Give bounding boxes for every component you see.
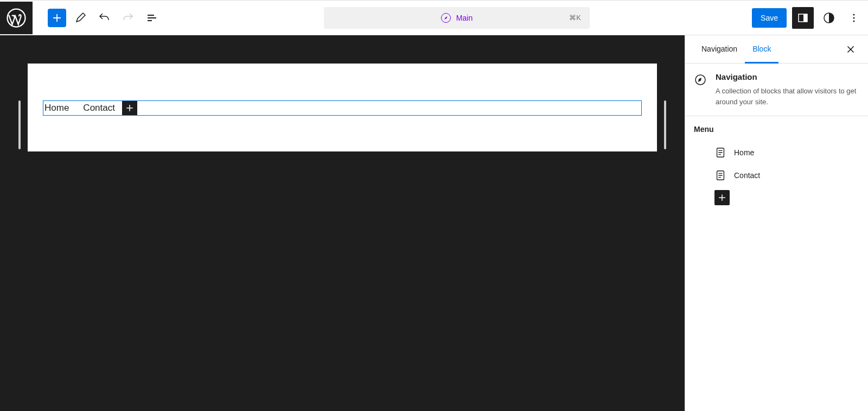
plus-icon bbox=[50, 11, 63, 24]
options-button[interactable] bbox=[844, 8, 864, 28]
svg-point-5 bbox=[853, 17, 855, 18]
top-toolbar: Main ⌘K Save bbox=[0, 0, 868, 35]
add-nav-item-button[interactable] bbox=[122, 101, 137, 115]
nav-item[interactable]: Home bbox=[43, 103, 76, 113]
block-inserter-button[interactable] bbox=[48, 9, 66, 27]
resize-handle-right[interactable] bbox=[664, 100, 666, 149]
navigation-block-icon bbox=[694, 73, 707, 86]
wordpress-icon bbox=[7, 8, 26, 28]
styles-icon bbox=[822, 11, 835, 24]
navigation-block[interactable]: Home Contact bbox=[43, 100, 642, 116]
svg-point-6 bbox=[853, 20, 855, 22]
editor-canvas-wrap: Home Contact bbox=[0, 35, 685, 411]
menu-item[interactable]: Home bbox=[714, 141, 859, 164]
menu-panel: Menu Home Contact bbox=[685, 116, 868, 214]
tab-navigation[interactable]: Navigation bbox=[694, 36, 745, 64]
document-overview-button[interactable] bbox=[142, 8, 162, 28]
menu-item-label: Contact bbox=[734, 171, 760, 180]
main-area: Home Contact Navigation Block bbox=[0, 35, 868, 411]
menu-heading: Menu bbox=[694, 125, 859, 134]
template-label: Main bbox=[456, 14, 473, 22]
svg-rect-2 bbox=[803, 14, 807, 22]
pencil-icon bbox=[74, 11, 87, 24]
menu-item-label: Home bbox=[734, 148, 754, 157]
sidebar-tabs: Navigation Block bbox=[685, 35, 868, 64]
close-icon bbox=[845, 43, 857, 55]
editor-canvas[interactable]: Home Contact bbox=[28, 64, 657, 151]
block-title: Navigation bbox=[716, 72, 859, 81]
list-view-icon bbox=[145, 11, 158, 24]
menu-item[interactable]: Contact bbox=[714, 164, 859, 187]
tools-button[interactable] bbox=[71, 8, 90, 28]
settings-sidebar-toggle[interactable] bbox=[792, 7, 814, 29]
add-menu-item-button[interactable] bbox=[714, 190, 730, 205]
toolbar-left bbox=[4, 2, 162, 34]
keyboard-shortcut: ⌘K bbox=[569, 14, 581, 22]
plus-icon bbox=[717, 192, 727, 203]
more-vertical-icon bbox=[847, 11, 860, 24]
undo-icon bbox=[98, 11, 111, 24]
redo-button[interactable] bbox=[118, 8, 138, 28]
wordpress-logo-button[interactable] bbox=[0, 2, 33, 34]
nav-item[interactable]: Contact bbox=[76, 103, 122, 113]
undo-button[interactable] bbox=[94, 8, 114, 28]
tab-block[interactable]: Block bbox=[745, 36, 778, 64]
page-icon bbox=[714, 147, 726, 159]
styles-button[interactable] bbox=[819, 8, 839, 28]
redo-icon bbox=[122, 11, 135, 24]
save-button[interactable]: Save bbox=[752, 8, 787, 28]
settings-sidebar: Navigation Block Navigation A collection… bbox=[685, 35, 868, 411]
compass-icon bbox=[441, 13, 451, 23]
resize-handle-left[interactable] bbox=[18, 100, 21, 149]
close-sidebar-button[interactable] bbox=[842, 41, 859, 58]
block-description: A collection of blocks that allow visito… bbox=[716, 86, 859, 107]
svg-point-4 bbox=[853, 14, 855, 15]
template-selector-button[interactable]: Main ⌘K bbox=[324, 7, 590, 29]
plus-icon bbox=[124, 103, 135, 113]
toolbar-right: Save bbox=[752, 7, 864, 29]
sidebar-icon bbox=[796, 11, 809, 24]
toolbar-center: Main ⌘K bbox=[162, 7, 752, 29]
menu-list: Home Contact bbox=[694, 141, 859, 187]
page-icon bbox=[714, 169, 726, 181]
block-info-panel: Navigation A collection of blocks that a… bbox=[685, 64, 868, 116]
